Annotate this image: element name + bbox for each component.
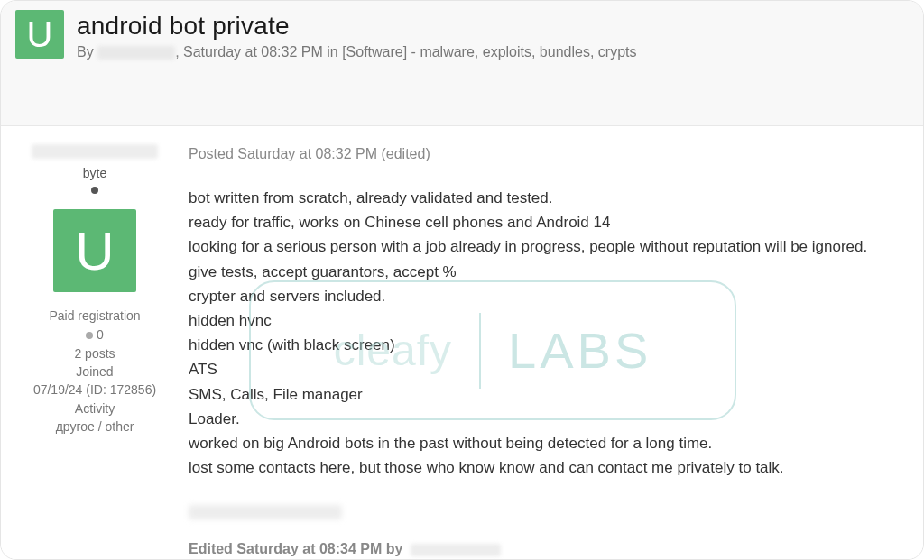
- post-line: give tests, accept guarantors, accept %: [189, 260, 912, 284]
- avatar-icon[interactable]: U: [53, 209, 136, 292]
- post-line: hidden vnc (with black screen): [189, 333, 912, 357]
- post-line: bot written from scratch, already valida…: [189, 186, 912, 210]
- redacted-editor: [411, 544, 501, 556]
- post-title[interactable]: android bot private: [77, 12, 636, 41]
- post-header: U android bot private By , Saturday at 0…: [1, 1, 923, 126]
- post-line: lost some contacts here, but those who k…: [189, 455, 912, 480]
- edited-note: Edited Saturday at 08:34 PM by: [189, 541, 912, 557]
- reputation-count: 0: [97, 327, 104, 342]
- post-line: looking for a serious person with a job …: [189, 234, 912, 259]
- user-rank: byte: [10, 166, 180, 180]
- redacted-contact: [189, 505, 342, 519]
- post-line: ATS: [189, 357, 912, 381]
- joined-label: Joined: [10, 363, 180, 381]
- post-meta: By , Saturday at 08:32 PM in [Software] …: [77, 44, 636, 60]
- post-line: ready for traffic, works on Chinese cell…: [189, 210, 912, 234]
- header-text-block: android bot private By , Saturday at 08:…: [77, 10, 636, 60]
- post-content: Posted Saturday at 08:32 PM (edited) bot…: [189, 126, 923, 560]
- reputation-row: 0: [10, 325, 180, 344]
- redacted-username: [97, 46, 175, 60]
- pip-icon: [91, 187, 98, 194]
- dot-icon: [86, 332, 93, 339]
- avatar-icon: U: [15, 10, 64, 59]
- redacted-username-sidebar: [32, 144, 158, 159]
- author-sidebar: byte U Paid registration 0 2 posts Joine…: [1, 126, 189, 560]
- post-line: hidden hvnc: [189, 308, 912, 333]
- edited-prefix: Edited Saturday at 08:34 PM by: [189, 541, 402, 556]
- joined-date: 07/19/24 (ID: 172856): [10, 381, 180, 399]
- activity-value: другое / other: [10, 418, 180, 436]
- by-label: By: [77, 44, 94, 60]
- post-count: 2 posts: [10, 344, 180, 363]
- forum-post-screenshot: U android bot private By , Saturday at 0…: [0, 0, 924, 560]
- post-line: Loader.: [189, 407, 912, 431]
- post-line: crypter and servers included.: [189, 284, 912, 308]
- timestamp: , Saturday at 08:32 PM in: [175, 44, 342, 60]
- posted-timestamp: Posted Saturday at 08:32 PM (edited): [189, 146, 912, 162]
- category-suffix: - malware, exploits, bundles, crypts: [407, 44, 636, 60]
- post-body-text: bot written from scratch, already valida…: [189, 186, 912, 480]
- activity-label: Activity: [10, 399, 180, 418]
- rank-pip-row: [10, 182, 180, 197]
- post-body-area: byte U Paid registration 0 2 posts Joine…: [1, 126, 923, 560]
- category-link[interactable]: [Software]: [342, 44, 407, 60]
- post-line: worked on big Android bots in the past w…: [189, 431, 912, 455]
- post-line: SMS, Calls, File manager: [189, 382, 912, 407]
- registration-type: Paid registration: [10, 307, 180, 325]
